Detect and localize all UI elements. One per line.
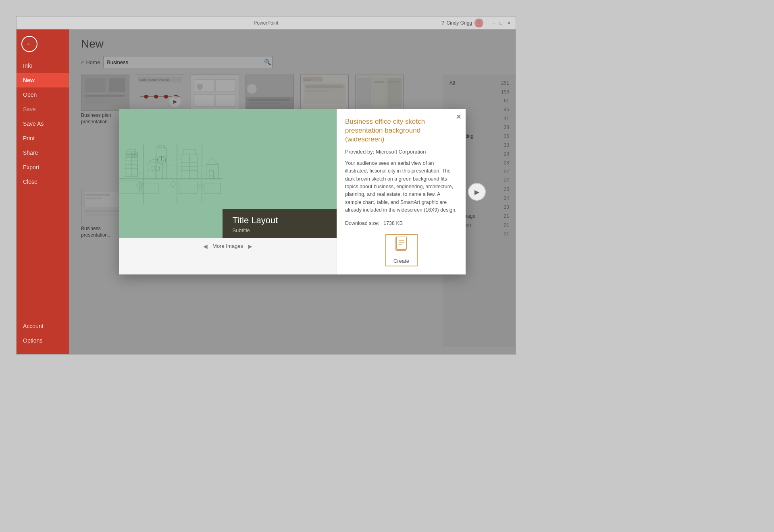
svg-rect-49	[119, 143, 223, 204]
create-button[interactable]: Create	[385, 234, 418, 266]
provider-name: Microsoft Corporation	[376, 149, 426, 155]
sidebar-item-print[interactable]: Print	[17, 131, 69, 145]
modal-provider: Provided by: Microsoft Corporation	[345, 149, 458, 155]
modal-prev-button[interactable]: ◀	[203, 243, 208, 249]
window-controls: − □ ✕	[491, 20, 512, 25]
create-icon	[394, 237, 409, 256]
sidebar-item-new[interactable]: New	[17, 73, 69, 87]
modal-body: Title Layout Subtitle ◀ More Images ▶	[119, 109, 466, 275]
modal-navigation: ◀ More Images ▶	[198, 238, 257, 254]
svg-point-0	[477, 20, 481, 24]
help-icon[interactable]: ?	[441, 20, 444, 26]
download-value: 1738 KB	[383, 220, 403, 226]
sidebar-item-options[interactable]: Options	[17, 333, 69, 348]
sidebar-bottom: Account Options	[17, 319, 69, 354]
sidebar-item-export[interactable]: Export	[17, 160, 69, 175]
download-label: Download size:	[345, 220, 379, 226]
title-bar: PowerPoint ? Cindy Grigg − □ ✕	[17, 17, 516, 29]
close-button[interactable]: ✕	[506, 20, 512, 25]
provider-label: Provided by:	[345, 149, 374, 155]
preview-image: Title Layout Subtitle	[119, 109, 337, 238]
user-area: ? Cindy Grigg	[441, 19, 483, 27]
modal-download-size: Download size: 1738 KB	[345, 220, 458, 226]
preview-title-bar: Title Layout Subtitle	[223, 209, 337, 238]
sidebar-item-info[interactable]: Info	[17, 58, 69, 73]
city-sketch-svg	[119, 109, 223, 238]
create-label: Create	[393, 258, 409, 264]
app-body: ← Info New Open Save Save As Print Share	[17, 29, 516, 354]
modal-preview-panel: Title Layout Subtitle ◀ More Images ▶	[119, 109, 337, 275]
sidebar-item-open[interactable]: Open	[17, 87, 69, 102]
modal-info-panel: ▲ Business office city sketch presentati…	[337, 109, 466, 275]
modal-template-title: Business office city sketch presentation…	[345, 117, 458, 144]
modal-overlay[interactable]: ✕	[69, 29, 516, 354]
maximize-button[interactable]: □	[498, 20, 504, 25]
create-button-wrap: Create	[345, 234, 458, 266]
modal-description: Your audience sees an aerial view of an …	[345, 160, 458, 214]
modal-next-button[interactable]: ▶	[248, 243, 252, 249]
sidebar-item-saveas[interactable]: Save As	[17, 116, 69, 131]
minimize-button[interactable]: −	[491, 20, 496, 25]
avatar[interactable]	[474, 19, 483, 27]
svg-rect-96	[397, 237, 406, 249]
preview-subtitle-text: Subtitle	[232, 227, 327, 233]
app-title: PowerPoint	[254, 20, 278, 26]
sidebar-item-save[interactable]: Save	[17, 102, 69, 116]
preview-title-text: Title Layout	[232, 215, 327, 226]
sidebar-item-account[interactable]: Account	[17, 319, 69, 333]
modal-dialog: ✕	[119, 109, 466, 275]
window-frame: PowerPoint ? Cindy Grigg − □ ✕ ← Info Ne…	[16, 16, 516, 355]
modal-close-button[interactable]: ✕	[456, 112, 462, 121]
svg-point-1	[476, 25, 482, 27]
back-button[interactable]: ←	[21, 36, 37, 52]
main-content: New ⌂ Home 🔍	[69, 29, 516, 354]
sidebar: ← Info New Open Save Save As Print Share	[17, 29, 69, 354]
sidebar-item-share[interactable]: Share	[17, 145, 69, 160]
more-images-label: More Images	[212, 243, 243, 249]
sidebar-item-close[interactable]: Close	[17, 175, 69, 189]
user-name: Cindy Grigg	[447, 20, 472, 26]
play-button-large[interactable]: ▶	[468, 183, 486, 201]
